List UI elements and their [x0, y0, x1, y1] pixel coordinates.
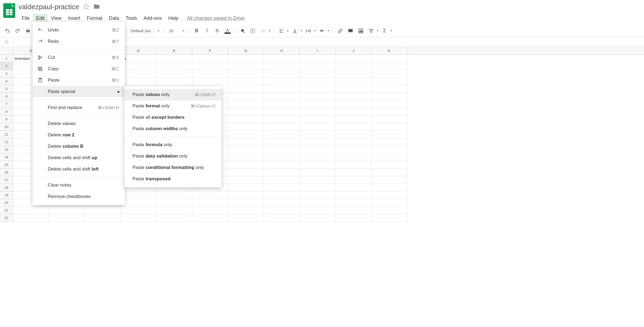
- cell[interactable]: [300, 78, 336, 85]
- cell[interactable]: [192, 70, 228, 78]
- cell[interactable]: [228, 78, 264, 85]
- cell[interactable]: [336, 184, 371, 191]
- menu-file[interactable]: File: [18, 14, 33, 23]
- row-header[interactable]: 6: [0, 93, 13, 100]
- cell[interactable]: [228, 207, 264, 214]
- submenu-paste-except-borders[interactable]: Paste all except borders: [124, 112, 222, 123]
- strikethrough-button-icon[interactable]: S: [213, 26, 222, 36]
- column-header[interactable]: G: [228, 47, 264, 54]
- filter-button[interactable]: ▼: [367, 26, 379, 36]
- menu-clear-notes[interactable]: Clear notes: [33, 179, 125, 191]
- row-header[interactable]: 8: [0, 108, 13, 116]
- cell[interactable]: [192, 62, 228, 70]
- row-header[interactable]: 4: [0, 78, 13, 85]
- row-header[interactable]: 2: [0, 62, 13, 70]
- cell[interactable]: [264, 62, 300, 70]
- row-header[interactable]: 13: [0, 146, 13, 153]
- menu-remove-checkboxes[interactable]: Remove checkboxes: [33, 191, 125, 202]
- cell[interactable]: [336, 116, 371, 123]
- cell[interactable]: [336, 85, 371, 93]
- borders-button-icon[interactable]: [248, 26, 257, 36]
- submenu-paste-transposed[interactable]: Paste transposed: [124, 173, 222, 185]
- cell[interactable]: [300, 207, 336, 214]
- menu-addons[interactable]: Add-ons: [140, 14, 165, 23]
- cell[interactable]: [121, 191, 156, 199]
- text-wrap-button[interactable]: ▼: [304, 26, 316, 36]
- column-header[interactable]: K: [371, 47, 407, 54]
- row-header[interactable]: 10: [0, 123, 13, 131]
- cell[interactable]: [300, 62, 336, 70]
- cell[interactable]: [264, 207, 300, 214]
- cell[interactable]: [371, 176, 407, 184]
- menu-help[interactable]: Help: [165, 14, 182, 23]
- menu-delete-column[interactable]: Delete column B: [33, 141, 125, 152]
- cell[interactable]: [228, 70, 264, 78]
- cell[interactable]: [300, 85, 336, 93]
- cell[interactable]: [300, 146, 336, 153]
- cell[interactable]: [121, 199, 156, 207]
- cell[interactable]: [264, 131, 300, 138]
- menu-delete-shift-left[interactable]: Delete cells and shift left: [33, 164, 125, 175]
- row-header[interactable]: 16: [0, 169, 13, 176]
- column-header[interactable]: F: [192, 47, 228, 54]
- cell[interactable]: [264, 108, 300, 116]
- cell[interactable]: [192, 55, 228, 62]
- cell[interactable]: [228, 184, 264, 191]
- cell[interactable]: [264, 169, 300, 176]
- cell[interactable]: [300, 191, 336, 199]
- row-header[interactable]: 17: [0, 176, 13, 184]
- submenu-paste-formula[interactable]: Paste formula only: [124, 139, 222, 150]
- cell[interactable]: [336, 93, 371, 100]
- cell[interactable]: [121, 62, 156, 70]
- cell[interactable]: [228, 176, 264, 184]
- row-header[interactable]: 20: [0, 199, 13, 207]
- cell[interactable]: [156, 214, 192, 222]
- cell[interactable]: [264, 146, 300, 153]
- cell[interactable]: [371, 146, 407, 153]
- fill-color-button-icon[interactable]: [238, 26, 247, 36]
- document-title[interactable]: valdezpaul-practice: [18, 3, 79, 11]
- cell[interactable]: [371, 138, 407, 146]
- insert-comment-button-icon[interactable]: +: [346, 26, 355, 36]
- cell[interactable]: [264, 161, 300, 169]
- cell[interactable]: [336, 191, 371, 199]
- cell[interactable]: [264, 153, 300, 161]
- merge-cells-button[interactable]: ▼: [258, 26, 271, 36]
- cell[interactable]: [300, 199, 336, 207]
- cell[interactable]: [336, 108, 371, 116]
- cell[interactable]: [371, 214, 407, 222]
- insert-chart-button-icon[interactable]: [356, 26, 365, 36]
- cell[interactable]: [264, 191, 300, 199]
- cell[interactable]: [264, 184, 300, 191]
- cell[interactable]: [228, 55, 264, 62]
- cell[interactable]: [13, 214, 49, 222]
- cell[interactable]: [371, 78, 407, 85]
- cell[interactable]: [228, 93, 264, 100]
- cell[interactable]: [336, 123, 371, 131]
- cell[interactable]: [336, 153, 371, 161]
- cell[interactable]: [371, 131, 407, 138]
- cell[interactable]: [300, 123, 336, 131]
- cell[interactable]: [371, 161, 407, 169]
- cell[interactable]: [264, 123, 300, 131]
- menu-redo[interactable]: Redo ⌘Y: [33, 36, 125, 47]
- submenu-paste-values[interactable]: Paste values only ⌘+Shift+V: [124, 89, 222, 100]
- font-size-select[interactable]: 10▼: [167, 28, 186, 33]
- star-icon[interactable]: [83, 3, 90, 11]
- sheets-logo-icon[interactable]: [3, 3, 15, 18]
- column-header[interactable]: E: [156, 47, 192, 54]
- cell[interactable]: [336, 214, 371, 222]
- bold-button-icon[interactable]: B: [192, 26, 201, 36]
- cell[interactable]: [300, 138, 336, 146]
- row-header[interactable]: 11: [0, 131, 13, 138]
- menu-undo[interactable]: Undo ⌘Z: [33, 24, 125, 36]
- cell[interactable]: [264, 176, 300, 184]
- cell[interactable]: [264, 78, 300, 85]
- row-header[interactable]: 14: [0, 153, 13, 161]
- cell[interactable]: [228, 146, 264, 153]
- cell[interactable]: [192, 191, 228, 199]
- cell[interactable]: [121, 207, 156, 214]
- cell[interactable]: [156, 199, 192, 207]
- cell[interactable]: [264, 138, 300, 146]
- submenu-paste-column-widths[interactable]: Paste column widths only: [124, 123, 222, 134]
